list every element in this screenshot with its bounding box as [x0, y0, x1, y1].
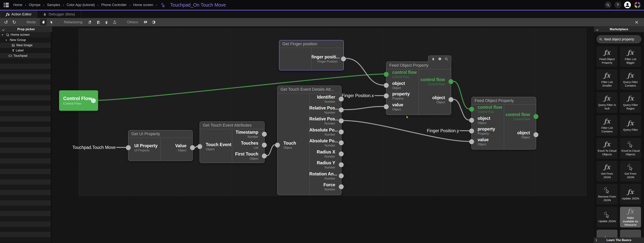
- search-button[interactable]: [604, 2, 611, 8]
- redo-button[interactable]: ↻: [11, 19, 18, 26]
- breadcrumb-item-olympe[interactable]: Olympe: [29, 3, 40, 7]
- port-control-flow[interactable]: [469, 107, 474, 112]
- marketplace-tile-query-filter-is-null[interactable]: ƒxQuery Filter Is Null: [596, 92, 618, 113]
- port-first-touch[interactable]: [262, 153, 267, 158]
- info-icon[interactable]: [438, 57, 442, 61]
- marketplace-tile-filter-list-bigger[interactable]: ƒxFilter List Bigger: [620, 46, 641, 67]
- tab-action-editor[interactable]: ƒx Action Editor: [0, 11, 37, 18]
- menu-icon[interactable]: [3, 2, 10, 8]
- tree-item-home-screen[interactable]: ▾Home screen: [0, 32, 51, 37]
- port-control-flow[interactable]: [91, 98, 96, 103]
- wire[interactable]: [454, 99, 469, 120]
- zoom-icon[interactable]: [444, 57, 448, 61]
- learn-basics-bar[interactable]: Learn The Basics: [594, 237, 644, 243]
- port-rotation-an[interactable]: [339, 173, 344, 178]
- port-control-flow[interactable]: [384, 72, 389, 77]
- close-button[interactable]: ×: [632, 19, 641, 25]
- marketplace-tile-make-available-as-resource[interactable]: ƒxMake Available As Resource: [620, 207, 641, 227]
- chevron-right-icon[interactable]: [596, 239, 597, 242]
- port-property[interactable]: [384, 93, 389, 98]
- hand-tool-button[interactable]: [40, 19, 47, 26]
- tree-item-label[interactable]: TLabel: [0, 48, 51, 53]
- node-get-touch-event-details[interactable]: Get Touch Event Details Att...TouchObjec…: [277, 86, 342, 195]
- tab-debugger[interactable]: Debugger (Beta): [37, 11, 81, 18]
- node-get-ui-property[interactable]: Get UI PropertyUI PropertyUI PropertyVal…: [128, 130, 193, 161]
- port-absolute-po[interactable]: [339, 129, 344, 134]
- tree-item-touchpad[interactable]: Touchpad: [0, 53, 51, 58]
- comment-button[interactable]: [142, 19, 149, 26]
- wire[interactable]: [346, 58, 384, 85]
- delete-button[interactable]: [103, 19, 110, 26]
- tree-item-new-image[interactable]: New Image: [0, 43, 51, 48]
- olympe-logo[interactable]: [634, 1, 641, 9]
- port-control-flow[interactable]: [448, 79, 454, 84]
- action-editor-canvas[interactable]: Get Finger positionfinger positi...Finge…: [52, 27, 594, 243]
- breadcrumb-item-samples[interactable]: Samples: [47, 3, 60, 7]
- paste-button[interactable]: [95, 19, 102, 26]
- wire-label-finger-position-x[interactable]: Finger Position.x: [342, 93, 374, 98]
- undo-button[interactable]: ↺: [3, 19, 10, 26]
- port-control-flow[interactable]: [534, 114, 538, 119]
- port-object[interactable]: [448, 97, 454, 102]
- marketplace-tile-query-filter-contains[interactable]: ƒxQuery Filter Contains: [620, 69, 641, 90]
- marketplace-tile-remove-from-json[interactable]: Remove From JSON: [596, 184, 618, 204]
- marketplace-tile-get-from-json[interactable]: Get From JSON: [620, 161, 641, 182]
- wire[interactable]: [454, 81, 469, 109]
- avatar[interactable]: [624, 2, 631, 8]
- caret-down-icon[interactable]: ▾: [6, 39, 8, 42]
- marketplace-tile-query-filter[interactable]: ƒxQuery Filter: [620, 115, 641, 136]
- breadcrumb-item-color-app-tutorial[interactable]: Color App (tutorial): [66, 3, 95, 7]
- marketplace-tile-excel-to-cloud-objects[interactable]: Excel to Cloud Objects: [620, 138, 641, 159]
- node-get-touch-event-attributes[interactable]: Get Touch Event AttributesTouch EventObj…: [200, 122, 264, 163]
- port-value[interactable]: [384, 104, 389, 109]
- marketplace-tile-get-from-json[interactable]: ƒxGet From JSON: [596, 161, 618, 182]
- tree-item-new-group[interactable]: ▾New Group: [0, 37, 51, 43]
- port-touches[interactable]: [262, 143, 267, 147]
- chevron-down-icon[interactable]: [596, 28, 598, 32]
- trash-icon[interactable]: [432, 57, 435, 61]
- port-touch-event[interactable]: [197, 144, 202, 149]
- event-node-control-flow[interactable]: Control FlowControl Flow: [59, 90, 98, 111]
- node-get-finger-position[interactable]: Get Finger positionfinger positi...Finge…: [279, 40, 344, 70]
- caret-down-icon[interactable]: ▾: [2, 34, 4, 36]
- port-object[interactable]: [469, 118, 474, 123]
- copy-button[interactable]: [86, 19, 93, 26]
- port-absolute-po[interactable]: [339, 140, 344, 145]
- breadcrumb-item-home[interactable]: Home: [13, 3, 22, 7]
- export-button[interactable]: [111, 19, 118, 26]
- marketplace-search-input[interactable]: [604, 37, 639, 41]
- port-object[interactable]: [534, 132, 538, 137]
- marketplace-tile[interactable]: [596, 230, 618, 237]
- port-ui-property[interactable]: [126, 145, 131, 150]
- wire-label-touchpad-touch-move[interactable]: Touchpad.Touch Move: [72, 145, 116, 150]
- port-value[interactable]: [469, 139, 474, 144]
- port-force[interactable]: [339, 184, 344, 189]
- port-timestamp[interactable]: [262, 132, 267, 137]
- marketplace-tile-update-json[interactable]: Update JSON: [596, 207, 618, 227]
- wire[interactable]: [267, 145, 275, 156]
- marketplace-tile-feed-object-property[interactable]: ƒxFeed Object Property: [596, 46, 618, 67]
- port-relative-pos[interactable]: [339, 118, 344, 123]
- port-radius-y[interactable]: [339, 162, 344, 167]
- port-relative-pos[interactable]: [339, 107, 344, 112]
- select-tool-button[interactable]: [48, 19, 55, 26]
- node-feed-object-property-1[interactable]: Feed Object Propertycontrol flowControl …: [386, 62, 451, 115]
- marketplace-search[interactable]: [596, 35, 641, 43]
- chevron-down-icon[interactable]: [2, 28, 5, 32]
- breadcrumb-item-phone-controller[interactable]: Phone Controller: [101, 3, 126, 7]
- wire[interactable]: [195, 146, 197, 147]
- marketplace-tile-filter-list-smaller[interactable]: ƒxFilter List Smaller: [596, 69, 618, 90]
- node-feed-object-property-2[interactable]: Feed Object Propertycontrol flowControl …: [472, 97, 536, 149]
- port-object[interactable]: [384, 83, 389, 88]
- marketplace-tile[interactable]: [620, 230, 641, 237]
- breadcrumb-item-home-screen[interactable]: Home screen: [133, 3, 153, 7]
- port-radius-x[interactable]: [339, 151, 344, 156]
- marketplace-tile-update-json[interactable]: ƒxUpdate JSON: [620, 184, 641, 204]
- port-touch[interactable]: [275, 143, 280, 147]
- wire[interactable]: [344, 106, 384, 110]
- shield-button[interactable]: [150, 19, 157, 26]
- port-value[interactable]: [190, 145, 195, 150]
- marketplace-tile-query-filter-regex[interactable]: ƒxQuery Filter Regex: [620, 92, 641, 113]
- help-button[interactable]: ?: [614, 2, 621, 8]
- wire-label-finger-position-y[interactable]: Finger Position.y: [427, 128, 459, 133]
